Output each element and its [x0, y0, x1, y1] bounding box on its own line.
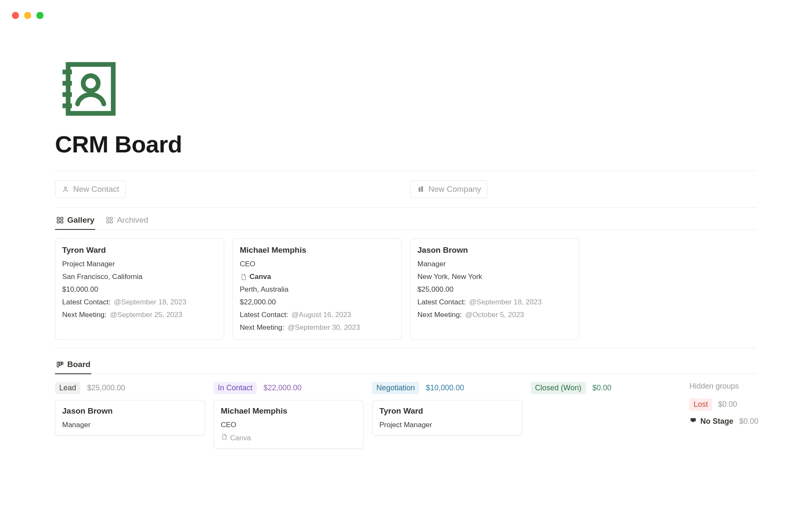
hidden-group-row[interactable]: No Stage $0.00 — [689, 417, 782, 426]
column-header[interactable]: Closed (Won) $0.00 — [531, 382, 681, 394]
board-column-lead: Lead $25,000.00 Jason Brown Manager — [55, 382, 205, 449]
svg-rect-18 — [59, 362, 61, 365]
card-role: CEO — [221, 421, 357, 429]
column-amount: $0.00 — [593, 384, 612, 392]
page-title[interactable]: CRM Board — [55, 130, 757, 158]
card-name: Jason Brown — [62, 406, 198, 416]
svg-rect-7 — [418, 188, 420, 192]
page-root: CRM Board New Contact New Company — [0, 0, 812, 449]
person-icon — [61, 185, 69, 193]
svg-rect-16 — [110, 221, 112, 223]
board-view-icon — [56, 361, 64, 369]
card-role: Manager — [417, 260, 572, 268]
column-header[interactable]: Lead $25,000.00 — [55, 382, 205, 394]
board-column-negotiation: Negotiation $10,000.00 Tyron Ward Projec… — [372, 382, 522, 449]
svg-rect-9 — [57, 217, 59, 219]
card-location: San Francisco, California — [62, 273, 217, 281]
column-amount: $25,000.00 — [87, 384, 125, 392]
column-header[interactable]: Negotiation $10,000.00 — [372, 382, 522, 394]
card-company[interactable]: Canva — [240, 273, 271, 281]
tab-archived-label: Archived — [117, 215, 148, 225]
action-row: New Contact New Company — [55, 171, 757, 207]
new-company-button[interactable]: New Company — [410, 180, 488, 198]
maximize-window-icon[interactable] — [36, 12, 44, 19]
stage-chip: Closed (Won) — [531, 382, 586, 394]
new-contact-button[interactable]: New Contact — [55, 180, 126, 198]
svg-point-1 — [83, 76, 99, 91]
board: Lead $25,000.00 Jason Brown Manager In C… — [55, 374, 757, 449]
card-title: Tyron Ward — [62, 246, 217, 255]
gallery-tabs: Gallery Archived — [55, 208, 757, 230]
board-card[interactable]: Tyron Ward Project Manager — [372, 400, 522, 436]
tab-archived[interactable]: Archived — [104, 215, 149, 230]
gallery-card[interactable]: Michael Memphis CEO Canva Perth, Austral… — [233, 238, 402, 340]
svg-rect-15 — [107, 221, 109, 223]
svg-rect-8 — [421, 186, 423, 192]
svg-point-6 — [64, 187, 66, 189]
board-tabs: Board — [55, 352, 757, 374]
card-latest-contact: Latest Contact: @September 18, 2023 — [417, 298, 572, 306]
column-header[interactable]: In Contact $22,000.00 — [214, 382, 364, 394]
card-location: Perth, Australia — [240, 285, 395, 294]
stage-chip: Lead — [55, 382, 80, 394]
card-location: New York, New York — [417, 273, 572, 281]
svg-rect-11 — [57, 221, 59, 223]
gallery-card[interactable]: Jason Brown Manager New York, New York $… — [410, 238, 579, 340]
card-role: CEO — [240, 260, 395, 268]
board-column-in-contact: In Contact $22,000.00 Michael Memphis CE… — [214, 382, 364, 449]
board-card[interactable]: Jason Brown Manager — [55, 400, 205, 436]
column-amount: $0.00 — [739, 417, 758, 426]
card-name: Michael Memphis — [221, 406, 357, 416]
close-window-icon[interactable] — [12, 12, 19, 19]
column-amount: $10,000.00 — [426, 384, 464, 392]
svg-rect-17 — [57, 362, 59, 367]
card-next-meeting: Next Meeting: @October 5, 2023 — [417, 311, 572, 319]
hidden-group-row[interactable]: Lost $0.00 — [689, 398, 782, 411]
card-company: Canva — [221, 433, 357, 442]
card-latest-contact: Latest Contact: @August 16, 2023 — [240, 311, 395, 319]
no-stage-label: No Stage — [689, 417, 733, 426]
card-title: Michael Memphis — [240, 246, 395, 255]
board-card[interactable]: Michael Memphis CEO Canva — [214, 400, 364, 449]
card-role: Project Manager — [62, 260, 217, 268]
column-amount: $0.00 — [718, 400, 737, 409]
tab-gallery[interactable]: Gallery — [55, 215, 95, 230]
card-latest-contact: Latest Contact: @September 18, 2023 — [62, 298, 217, 306]
minimize-window-icon[interactable] — [24, 12, 31, 19]
building-icon — [417, 185, 425, 193]
contacts-book-icon — [55, 55, 123, 123]
stage-chip: Lost — [689, 398, 712, 411]
hidden-groups-column: Hidden groups Lost $0.00 No Stage $0.00 — [689, 382, 782, 449]
stage-chip: Negotiation — [372, 382, 419, 394]
svg-rect-13 — [107, 217, 109, 219]
card-amount: $25,000.00 — [417, 285, 572, 294]
card-amount: $22,000.00 — [240, 298, 395, 306]
svg-rect-10 — [60, 217, 63, 219]
tab-board-label: Board — [67, 360, 91, 369]
card-role: Project Manager — [379, 421, 515, 429]
gallery-row: Tyron Ward Project Manager San Francisco… — [55, 230, 757, 348]
column-amount: $22,000.00 — [263, 384, 302, 392]
hidden-groups-label[interactable]: Hidden groups — [689, 382, 782, 391]
card-next-meeting: Next Meeting: @September 25, 2023 — [62, 311, 217, 319]
svg-rect-14 — [110, 217, 112, 219]
stage-chip: In Contact — [214, 382, 257, 394]
page-icon — [221, 433, 228, 442]
card-next-meeting: Next Meeting: @September 30, 2023 — [240, 323, 395, 332]
inbox-icon — [689, 417, 697, 426]
svg-rect-19 — [61, 362, 63, 364]
page-icon[interactable] — [55, 55, 757, 123]
tab-board[interactable]: Board — [55, 360, 91, 374]
new-contact-label: New Contact — [73, 185, 119, 194]
board-column-closed-won: Closed (Won) $0.00 — [531, 382, 681, 449]
gallery-view-icon — [56, 216, 64, 224]
page-icon — [240, 273, 247, 281]
svg-rect-12 — [60, 221, 63, 223]
card-role: Manager — [62, 421, 198, 429]
window-traffic-lights — [12, 12, 44, 19]
card-amount: $10,000.00 — [62, 285, 217, 294]
card-title: Jason Brown — [417, 246, 572, 255]
tab-gallery-label: Gallery — [67, 215, 94, 225]
gallery-view-icon — [105, 216, 113, 224]
gallery-card[interactable]: Tyron Ward Project Manager San Francisco… — [55, 238, 224, 340]
